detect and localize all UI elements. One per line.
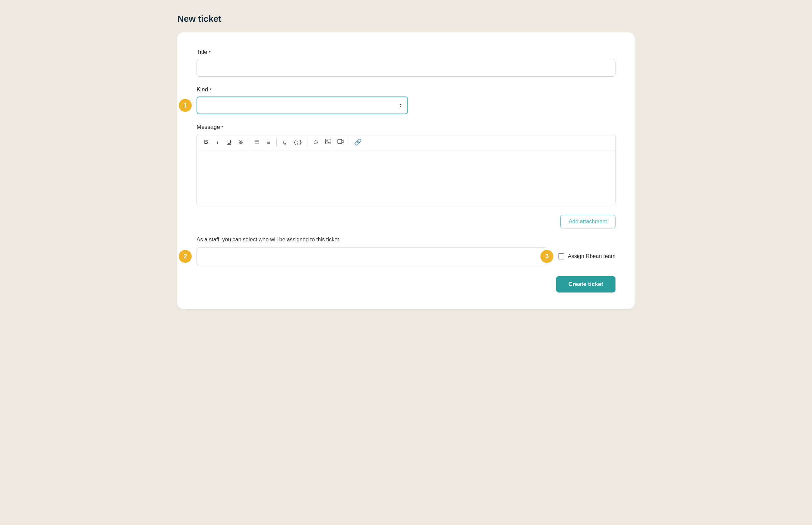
message-field-group: Message * B I U S <box>197 124 615 205</box>
bold-icon: B <box>204 139 208 145</box>
staff-row: 2 3 Assign Rbean team <box>197 247 615 265</box>
page-title: New ticket <box>177 14 635 24</box>
underline-button[interactable]: U <box>224 137 234 147</box>
kind-label: Kind * <box>197 86 615 93</box>
bullet-list-button[interactable]: ☰ <box>252 137 262 147</box>
toolbar-separator-2 <box>276 138 277 146</box>
kind-field-group: Kind * 1 <box>197 86 615 114</box>
strikethrough-icon: S <box>239 139 243 145</box>
step-badge-3: 3 <box>540 250 553 263</box>
create-ticket-row: Create ticket <box>197 276 615 292</box>
message-required: * <box>221 124 223 130</box>
title-field-group: Title * <box>197 49 615 77</box>
assign-rbean-label: Assign Rbean team <box>568 253 615 259</box>
emoji-icon: ☺ <box>313 139 319 146</box>
bullet-list-icon: ☰ <box>254 138 260 146</box>
svg-point-1 <box>327 140 328 141</box>
link-icon: 🔗 <box>354 138 362 146</box>
toolbar-separator-4 <box>349 138 349 146</box>
clear-format-icon: Ix <box>283 139 286 146</box>
kind-required: * <box>209 87 212 93</box>
video-icon <box>337 139 344 146</box>
staff-section: As a staff, you can select who will be a… <box>197 237 615 265</box>
clear-format-button[interactable]: Ix <box>279 137 290 147</box>
code-button[interactable]: {;} <box>291 137 304 147</box>
title-label: Title * <box>197 49 615 56</box>
message-editor: B I U S ☰ ≡ <box>197 134 615 205</box>
toolbar-separator-1 <box>249 138 249 146</box>
kind-wrapper: 1 <box>197 96 615 114</box>
add-attachment-row: Add attachment <box>197 215 615 228</box>
editor-toolbar: B I U S ☰ ≡ <box>197 134 615 150</box>
assign-rbean-checkbox[interactable] <box>558 253 564 259</box>
step-badge-2: 2 <box>179 250 192 263</box>
kind-select[interactable] <box>197 96 408 114</box>
assign-rbean-wrapper: 3 Assign Rbean team <box>558 253 615 259</box>
create-ticket-button[interactable]: Create ticket <box>556 276 615 292</box>
form-card: Title * Kind * 1 Message <box>177 32 635 309</box>
svg-rect-0 <box>325 139 331 144</box>
staff-input-wrapper <box>197 247 547 265</box>
ordered-list-button[interactable]: ≡ <box>263 137 274 147</box>
italic-button[interactable]: I <box>213 137 223 147</box>
video-button[interactable] <box>335 137 346 147</box>
toolbar-separator-3 <box>307 138 307 146</box>
image-icon <box>325 139 331 146</box>
link-button[interactable]: 🔗 <box>352 137 364 147</box>
add-attachment-button[interactable]: Add attachment <box>560 215 615 228</box>
title-required: * <box>209 49 211 55</box>
message-label: Message * <box>197 124 615 131</box>
staff-info-text: As a staff, you can select who will be a… <box>197 237 615 243</box>
page-container: New ticket Title * Kind * 1 <box>177 14 635 309</box>
italic-icon: I <box>217 139 218 145</box>
image-button[interactable] <box>323 137 334 147</box>
svg-rect-2 <box>338 139 342 144</box>
title-input[interactable] <box>197 59 615 77</box>
bold-button[interactable]: B <box>201 137 211 147</box>
strikethrough-button[interactable]: S <box>236 137 246 147</box>
step-badge-1: 1 <box>179 99 192 112</box>
message-editor-body[interactable] <box>197 150 615 205</box>
ordered-list-icon: ≡ <box>267 139 271 146</box>
code-icon: {;} <box>293 139 302 145</box>
emoji-button[interactable]: ☺ <box>310 137 321 147</box>
staff-assignee-input[interactable] <box>197 247 547 265</box>
underline-icon: U <box>227 139 231 145</box>
